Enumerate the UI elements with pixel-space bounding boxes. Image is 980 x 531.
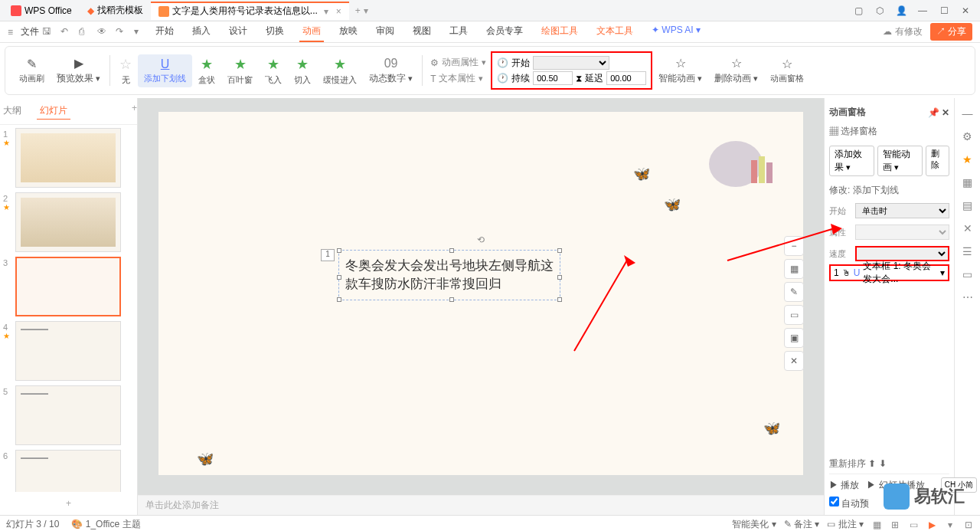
pane-start-select[interactable]: 单击时: [855, 203, 949, 218]
outline-tab[interactable]: 大纲: [0, 103, 24, 120]
menu-transition[interactable]: 切换: [263, 21, 287, 42]
grid-icon[interactable]: ▦: [784, 259, 804, 279]
effect-number[interactable]: 09动态数字 ▾: [363, 57, 419, 85]
thumb-6[interactable]: 6▬▬▬▬▬▬: [3, 450, 134, 492]
move-down-icon[interactable]: ⬇: [879, 458, 887, 469]
sidebar-icon[interactable]: ⋯: [962, 291, 973, 303]
undo-icon[interactable]: ↶: [60, 26, 73, 38]
slides-tab[interactable]: 幻灯片: [37, 103, 70, 120]
tab-templates[interactable]: ◆找稻壳模板: [80, 2, 151, 20]
sidebar-icon[interactable]: ▤: [962, 199, 972, 211]
autopreview-checkbox[interactable]: [829, 497, 839, 506]
text-props-dropdown[interactable]: T文本属性 ▾: [430, 72, 486, 85]
preview-icon[interactable]: 👁: [97, 26, 109, 38]
thumb-1[interactable]: 1★: [3, 128, 134, 188]
effect-underline[interactable]: U添加下划线: [138, 54, 192, 87]
file-menu[interactable]: 文件: [18, 22, 42, 41]
select-pane-link[interactable]: ▦ 选择窗格: [829, 122, 949, 141]
avatar-icon[interactable]: 👤: [896, 5, 906, 16]
effect-cut[interactable]: ★切入: [288, 56, 317, 86]
redo-icon[interactable]: ↷: [116, 26, 128, 38]
menu-wps-ai[interactable]: ✦ WPS AI ▾: [648, 21, 704, 42]
menu-review[interactable]: 审阅: [373, 21, 397, 42]
add-slide-icon[interactable]: +: [132, 103, 137, 120]
sidebar-icon[interactable]: ⚙: [962, 130, 972, 143]
menu-design[interactable]: 设计: [226, 21, 250, 42]
anim-brush-button[interactable]: ✎动画刷: [13, 57, 51, 84]
textbox[interactable]: 1 冬奥会发大会发出号地块左侧导航这款车搜防水防汗非常搜回归: [338, 250, 560, 300]
share-button[interactable]: ↗ 分享: [930, 23, 972, 41]
add-tab-button[interactable]: +▾: [349, 5, 374, 16]
image-icon[interactable]: ▣: [784, 328, 804, 348]
anim-pane-button[interactable]: ☆动画窗格: [764, 57, 810, 84]
effect-slow[interactable]: ★缓慢进入: [317, 56, 363, 86]
thumb-3[interactable]: 3: [3, 257, 134, 316]
zoom-out-icon[interactable]: −: [784, 236, 804, 256]
pen-icon[interactable]: ✎: [784, 282, 804, 302]
close-pane-icon[interactable]: ✕: [942, 107, 949, 118]
print-icon[interactable]: ⎙: [79, 26, 91, 38]
menu-texttools[interactable]: 文本工具: [593, 21, 636, 42]
more-icon[interactable]: ▾: [134, 26, 146, 38]
view-normal-icon[interactable]: ▦: [871, 520, 882, 530]
play-button[interactable]: ▶ 播放: [829, 479, 859, 492]
fit-icon[interactable]: ⊡: [963, 520, 974, 530]
tab-document[interactable]: 文字是人类用符号记录表达信息以...▾×: [151, 2, 349, 20]
menu-slideshow[interactable]: 放映: [336, 21, 361, 42]
view-sorter-icon[interactable]: ⊞: [890, 520, 900, 530]
slide-editor[interactable]: 🦋 🦋 🦋 🦋 ⟲ 1 冬奥会发大会发出号地块左侧导航这款车搜防水防汗非常搜回归: [158, 112, 803, 475]
add-slide-button[interactable]: +: [0, 492, 137, 515]
slideshow-icon[interactable]: ▶: [926, 520, 937, 530]
beautify-button[interactable]: 智能美化 ▾: [732, 518, 776, 531]
effect-blinds[interactable]: ★百叶窗: [221, 56, 259, 86]
preview-button[interactable]: ▶预览效果 ▾: [51, 56, 106, 85]
menu-start[interactable]: 开始: [152, 21, 177, 42]
effect-box[interactable]: ★盒状: [192, 56, 221, 86]
menu-tools[interactable]: 工具: [446, 21, 471, 42]
anim-props-dropdown[interactable]: ⚙动画属性 ▾: [430, 56, 486, 69]
menu-insert[interactable]: 插入: [189, 21, 214, 42]
delete-anim-button[interactable]: ☆删除动画 ▾: [708, 56, 764, 85]
sidebar-icon[interactable]: ▭: [962, 268, 972, 280]
thumb-4[interactable]: 4★▬▬▬▬▬▬: [3, 321, 134, 381]
move-up-icon[interactable]: ⬆: [868, 458, 876, 469]
zoom-icon[interactable]: ▾: [945, 520, 956, 530]
hamburger-icon[interactable]: ≡: [8, 27, 13, 38]
smart-anim-button[interactable]: ☆智能动画 ▾: [652, 56, 708, 85]
window-icon-1[interactable]: ▢: [853, 5, 864, 16]
menu-drawtools[interactable]: 绘图工具: [538, 21, 581, 42]
shapes-icon[interactable]: ✕: [784, 351, 804, 371]
pane-speed-select[interactable]: 非常快(0.5 秒): [855, 246, 949, 261]
view-reading-icon[interactable]: ▭: [908, 520, 919, 530]
dropdown-icon[interactable]: ▾: [324, 6, 328, 17]
pin-icon[interactable]: 📌: [928, 107, 939, 118]
notes-toggle[interactable]: ✎ 备注 ▾: [784, 518, 820, 531]
thumb-2[interactable]: 2★: [3, 192, 134, 252]
sidebar-icon[interactable]: ☰: [962, 245, 972, 257]
textbox-icon[interactable]: ▭: [784, 305, 804, 325]
duration-input[interactable]: [533, 71, 573, 85]
sidebar-icon[interactable]: ✕: [963, 222, 972, 234]
sidebar-icon[interactable]: ▦: [962, 176, 972, 188]
close-tab-icon[interactable]: ×: [336, 6, 341, 17]
menu-member[interactable]: 会员专享: [483, 21, 526, 42]
delay-input[interactable]: [606, 71, 646, 85]
sidebar-anim-icon[interactable]: ★: [962, 153, 972, 166]
menu-view[interactable]: 视图: [410, 21, 434, 42]
delete-button[interactable]: 删除: [926, 146, 949, 176]
tab-wps-office[interactable]: WPS Office: [3, 2, 80, 20]
smart-anim-button[interactable]: 智能动画 ▾: [877, 146, 923, 176]
anim-list-item[interactable]: 1 🖱 U 文本框 1: 冬奥会发大会...▾: [829, 264, 949, 281]
thumb-5[interactable]: 5▬▬▬▬▬▬: [3, 385, 134, 445]
save-icon[interactable]: 🖫: [42, 26, 54, 38]
rotate-handle[interactable]: ⟲: [477, 234, 485, 245]
minimize-icon[interactable]: —: [917, 5, 928, 16]
menu-animation[interactable]: 动画: [299, 21, 324, 42]
effect-flyin[interactable]: ★飞入: [259, 56, 288, 86]
effect-none[interactable]: ☆无: [113, 56, 138, 86]
sidebar-icon[interactable]: —: [962, 107, 973, 120]
comments-toggle[interactable]: ▭ 批注 ▾: [827, 518, 864, 531]
notes-area[interactable]: 单击此处添加备注: [138, 495, 824, 515]
start-select[interactable]: 单击时: [533, 56, 609, 70]
window-icon-2[interactable]: ⬡: [874, 5, 885, 16]
